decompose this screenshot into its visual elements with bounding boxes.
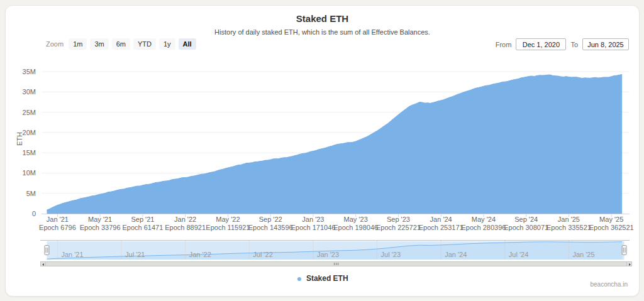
scrollbar-right-arrow-button[interactable]: [626, 261, 632, 266]
scrollbar-left-arrow-button[interactable]: [40, 261, 46, 266]
right-arrow-icon: [629, 263, 631, 266]
scrollbar-grip-line: [336, 263, 336, 265]
left-arrow-icon: [42, 263, 44, 266]
chart-canvas: [6, 6, 639, 296]
navigator-left-handle[interactable]: [45, 246, 49, 255]
legend-item-staked-eth[interactable]: ● Staked ETH: [6, 274, 639, 283]
scrollbar-grip-line: [334, 263, 335, 265]
legend-series-label: Staked ETH: [306, 274, 348, 283]
scrollbar-grip-line: [338, 263, 338, 265]
legend-series-dot-icon: ●: [296, 274, 301, 283]
scrollbar-thumb[interactable]: [46, 262, 626, 266]
y-axis-title: ETH: [16, 126, 23, 151]
navigator-right-handle[interactable]: [622, 246, 626, 255]
staked-eth-chart-card: Staked ETH History of daily staked ETH, …: [5, 5, 640, 297]
plot-area[interactable]: [42, 72, 630, 214]
attribution-text: beaconcha.in: [591, 281, 628, 288]
